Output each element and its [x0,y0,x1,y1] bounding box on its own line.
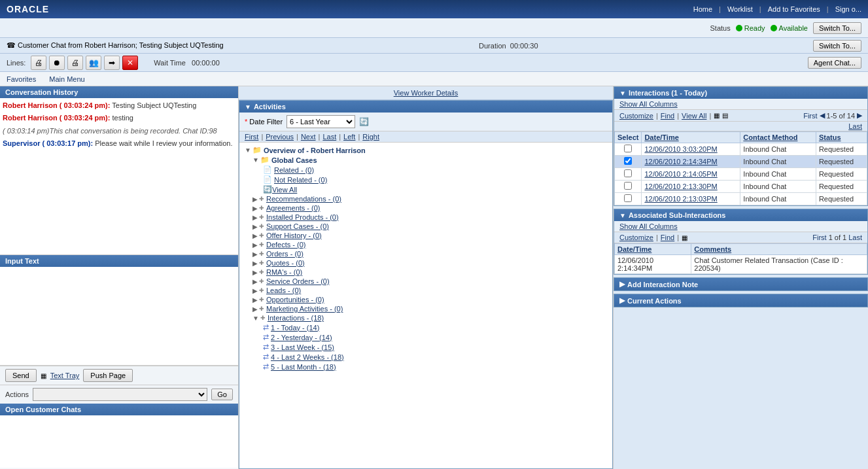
last-2-weeks-link[interactable]: 4 - Last 2 Weeks - (18) [271,353,344,361]
col-date-link[interactable]: Date/Time [644,133,678,141]
tree-item-yesterday[interactable]: ⇄ 2 - Yesterday - (14) [239,332,612,342]
tree-item-overview[interactable]: ▼ 📁 Overview of - Robert Harrison [239,145,612,155]
related-link[interactable]: Related - (0) [274,166,314,174]
leads-link[interactable]: Leads - (0) [266,287,301,294]
tree-item-service-orders[interactable]: ▶ ✚ Service Orders - (0) [239,277,612,286]
tree-item-last-month[interactable]: ⇄ 5 - Last Month - (18) [239,362,612,372]
tree-item-today[interactable]: ⇄ 1 - Today - (14) [239,322,612,332]
col-status-link[interactable]: Status [819,133,841,141]
row-checkbox[interactable] [624,194,632,202]
tree-item-installed-products[interactable]: ▶ ✚ Installed Products - (0) [239,213,612,222]
not-related-link[interactable]: Not Related - (0) [274,176,327,184]
last-week-link[interactable]: 3 - Last Week - (15) [271,343,334,351]
date-link[interactable]: 12/06/2010 3:03:20PM [644,145,717,153]
sub-date-link[interactable]: Date/Time [617,245,651,253]
go-button[interactable]: Go [211,389,233,400]
row-checkbox-cell[interactable] [615,156,642,168]
nav-add-favorites[interactable]: Add to Favorites [768,5,820,13]
interactions-link[interactable]: Interactions - (18) [268,314,324,322]
nav-first[interactable]: First [245,133,258,141]
date-link[interactable]: 12/06/2010 2:14:34PM [644,158,717,165]
offer-history-link[interactable]: Offer History - (0) [266,232,322,239]
support-cases-link[interactable]: Support Cases - (0) [266,222,329,230]
tree-item-related[interactable]: 📄 Related - (0) [239,165,612,175]
send-button[interactable]: Send [5,369,37,382]
tree-item-opportunities[interactable]: ▶ ✚ Opportunities - (0) [239,295,612,304]
nav-next[interactable]: Next [301,133,316,141]
last-link[interactable]: Last [848,122,862,130]
sub-last-btn[interactable]: Last [848,234,862,241]
next-page-btn[interactable]: ▶ [857,111,862,120]
tree-item-rmas[interactable]: ▶ ✚ RMA's - (0) [239,268,612,277]
row-checkbox[interactable] [624,169,632,177]
first-page-btn[interactable]: First [803,112,817,120]
tree-item-marketing[interactable]: ▶ ✚ Marketing Activities - (0) [239,304,612,313]
row-checkbox[interactable] [624,145,632,152]
service-orders-link[interactable]: Service Orders - (0) [266,277,330,285]
tree-item-quotes[interactable]: ▶ ✚ Quotes - (0) [239,258,612,268]
date-link[interactable]: 12/06/2010 2:13:30PM [644,182,717,190]
activities-collapse-icon[interactable]: ▼ [245,103,251,111]
sub-customize-link[interactable]: Customize [619,234,653,241]
tree-item-not-related[interactable]: 📄 Not Related - (0) [239,175,612,184]
row-checkbox-cell[interactable] [615,181,642,193]
filter-icon[interactable]: 🔄 [359,117,369,126]
text-tray-link[interactable]: Text Tray [50,372,80,379]
toolbar-end-btn[interactable]: ✕ [122,56,138,70]
tree-item-global-cases[interactable]: ▼ 📁 Global Cases [239,155,612,165]
date-filter-select[interactable]: 6 - Last Year 1 - Today 2 - Yesterday 3 … [286,115,355,128]
add-interaction-header[interactable]: ▶ Add Interaction Note [614,278,867,290]
tree-item-offer-history[interactable]: ▶ ✚ Offer History - (0) [239,231,612,240]
tree-item-interactions[interactable]: ▼ ✚ Interactions - (18) [239,313,612,322]
installed-products-link[interactable]: Installed Products - (0) [266,213,339,221]
switch-to-button[interactable]: Switch To... [813,22,861,34]
defects-link[interactable]: Defects - (0) [266,241,306,249]
toolbar-group-btn[interactable]: 👥 [86,56,101,70]
row-checkbox-cell[interactable] [615,143,642,156]
row-checkbox[interactable] [624,182,632,190]
tree-item-leads[interactable]: ▶ ✚ Leads - (0) [239,286,612,295]
view-all-link[interactable]: View All [272,186,297,194]
input-text-area[interactable] [0,267,238,366]
actions-select[interactable] [33,388,207,401]
agent-chat-button[interactable]: Agent Chat... [808,57,861,69]
switch-btn-2[interactable]: Switch To... [813,40,861,52]
tree-item-recommendations[interactable]: ▶ ✚ Recommendations - (0) [239,194,612,203]
quotes-link[interactable]: Quotes - (0) [266,259,305,267]
row-checkbox-cell[interactable] [615,168,642,181]
customize-link[interactable]: Customize [619,112,653,120]
yesterday-link[interactable]: 2 - Yesterday - (14) [271,334,332,341]
agreements-link[interactable]: Agreements - (0) [266,204,321,212]
nav-left[interactable]: Left [343,133,355,141]
push-page-button[interactable]: Push Page [83,369,133,382]
tree-item-defects[interactable]: ▶ ✚ Defects - (0) [239,240,612,249]
date-link[interactable]: 12/06/2010 2:14:05PM [644,170,717,178]
prev-page-btn[interactable]: ◀ [820,111,825,120]
toolbar-print-btn[interactable]: 🖨 [31,56,46,70]
row-checkbox-cell[interactable] [615,193,642,205]
sub-find-link[interactable]: Find [661,234,674,241]
nav-previous[interactable]: Previous [266,133,294,141]
col-contact-link[interactable]: Contact Method [743,133,797,141]
favorites-link[interactable]: Favorites [7,75,36,83]
toolbar-rec-btn[interactable]: ⏺ [49,56,65,70]
sub-show-all-link[interactable]: Show All Columns [619,222,678,230]
find-link[interactable]: Find [661,112,674,120]
tree-item-last-week[interactable]: ⇄ 3 - Last Week - (15) [239,342,612,352]
opportunities-link[interactable]: Opportunities - (0) [266,296,324,304]
sub-collapse-icon[interactable]: ▼ [619,212,626,219]
nav-worklist[interactable]: Worklist [727,5,753,13]
tree-item-orders[interactable]: ▶ ✚ Orders - (0) [239,249,612,258]
tree-item-support-cases[interactable]: ▶ ✚ Support Cases - (0) [239,222,612,231]
show-all-columns-link[interactable]: Show All Columns [619,100,678,108]
view-worker-link[interactable]: View Worker Details [394,89,459,97]
sub-comments-link[interactable]: Comments [694,245,731,253]
orders-link[interactable]: Orders - (0) [266,250,304,258]
toolbar-transfer-btn[interactable]: ➡ [104,56,120,70]
row-checkbox[interactable] [624,157,632,165]
toolbar-print2-btn[interactable]: 🖨 [67,56,83,70]
tree-item-view-all[interactable]: 🔄 View All [239,184,612,194]
nav-last[interactable]: Last [322,133,336,141]
tree-item-agreements[interactable]: ▶ ✚ Agreements - (0) [239,203,612,213]
today-link[interactable]: 1 - Today - (14) [271,324,319,332]
